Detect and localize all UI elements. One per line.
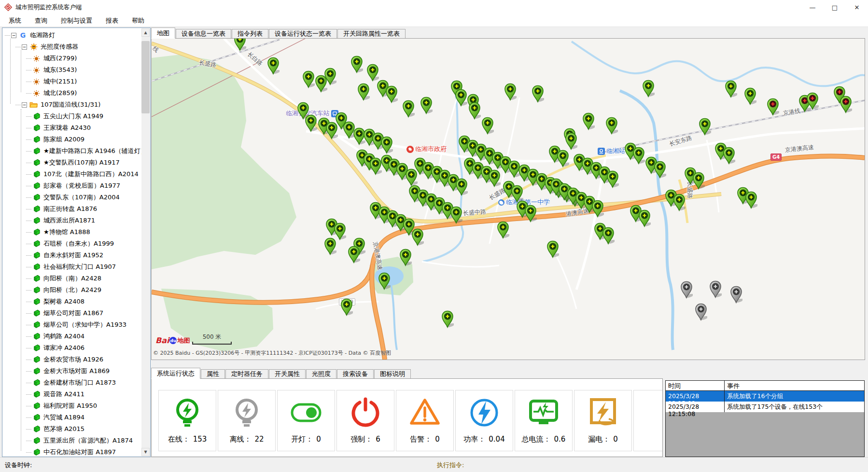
map-pin-green[interactable] [532,85,544,103]
map-pin-green[interactable] [402,100,415,118]
tab-地图[interactable]: 地图 [151,28,175,39]
map-pin-green[interactable] [565,132,577,151]
tree-item[interactable]: 陈家组 A2009 [3,134,141,145]
map-pin-green[interactable] [441,310,454,329]
map-pane[interactable]: 长盛路长白路长安东路长盛路长盛中路长盛路港澳高速京港澳高速京港澳高速京港线线临湘… [151,38,865,360]
tree-item[interactable]: 城西派出所A1871 [3,215,141,226]
tab-开关属性[interactable]: 开关属性 [269,369,306,379]
tree-item[interactable]: 中石化加油站对面 A1897 [3,446,141,456]
map-pin-green[interactable] [638,209,651,228]
tree-item[interactable]: −107国道沿线(31/31) [3,99,141,111]
map-pin-green[interactable] [504,83,517,101]
map-pin-green[interactable] [524,205,537,223]
map-pin-green[interactable] [468,102,481,120]
map-pin-green[interactable] [557,150,569,168]
tab-搜索设备[interactable]: 搜索设备 [337,369,374,379]
tree-item[interactable]: 自来水斜对面 A1952 [3,250,141,261]
map-pin-green[interactable] [692,172,705,190]
tree-item[interactable]: 五里派出所（富源汽配）A1874 [3,435,141,446]
tree-item[interactable]: ★交警队西(107南) A1917 [3,157,141,168]
tree-item[interactable]: 鸿鹤路 A2404 [3,331,141,342]
tree-item[interactable]: 南正街转盘 A1876 [3,203,141,215]
tree-item[interactable]: 城北(2859) [3,87,141,99]
tree-item[interactable]: 观音路 A2411 [3,389,141,400]
tab-系统运行状态[interactable]: 系统运行状态 [151,368,200,379]
map-pin-green[interactable] [450,206,462,224]
tree-item[interactable]: 石咀桥（自来水）A1999 [3,238,141,250]
map-pin-green[interactable] [302,70,315,89]
map-pin-gray[interactable] [730,286,742,304]
menu-item-系统[interactable]: 系统 [2,15,28,26]
tree-item[interactable]: 梨树巷 A2408 [3,296,141,307]
map-pin-green[interactable] [385,85,398,104]
tree-item[interactable]: 城西(2799) [3,53,141,64]
map-pin-green[interactable] [324,68,336,86]
tab-图标说明[interactable]: 图标说明 [374,369,411,379]
map-pin-green[interactable] [606,170,619,189]
tab-指令列表[interactable]: 指令列表 [232,29,268,39]
collapse-icon[interactable]: − [22,44,27,50]
tab-开关回路属性一览表[interactable]: 开关回路属性一览表 [337,29,406,39]
map-pin-green[interactable] [632,147,645,165]
tree-item[interactable]: 汽贸城 A1894 [3,412,141,423]
map-pin-green[interactable] [497,221,509,239]
map-pin-green[interactable] [481,117,494,135]
map-pin-green[interactable] [378,272,391,291]
tree-item[interactable]: 向阳桥（南）A2428 [3,273,141,284]
tree-item[interactable]: 社会福利院大门口 A1907 [3,261,141,273]
menu-item-帮助[interactable]: 帮助 [125,15,151,26]
map-pin-green[interactable] [744,87,756,106]
tree-item[interactable]: 向阳桥（北）A2429 [3,284,141,296]
map-pin-green[interactable] [546,240,559,259]
map-pin-green[interactable] [234,38,246,52]
map-pin-green[interactable] [411,228,424,247]
scroll-up-arrow-icon[interactable]: ▲ [141,28,150,37]
map-pin-alarm[interactable] [767,98,779,116]
tree-item[interactable]: 福利院对面 A1950 [3,400,141,412]
map-pin-green[interactable] [582,112,595,131]
tree-item[interactable]: ★建新中路路口东 A1946（辅道灯） [3,145,141,157]
map-pin-green[interactable] [267,57,280,75]
tab-设备信息一览表[interactable]: 设备信息一览表 [176,29,231,39]
collapse-icon[interactable]: − [22,102,27,108]
tree-item[interactable]: −光照度传感器 [3,41,141,53]
map-pin-green[interactable] [725,80,737,98]
tree-item[interactable]: 芭茅塘 A2015 [3,423,141,435]
tree-item[interactable]: 城中(2151) [3,76,141,87]
map-pin-green[interactable] [380,136,393,154]
map-pin-green[interactable] [305,114,317,133]
map-pin-green[interactable] [605,117,618,135]
menu-item-报表[interactable]: 报表 [99,15,125,26]
tree-item[interactable]: 谭家冲 A2406 [3,342,141,354]
tree-item[interactable]: 金桥大市场对面 A1869 [3,365,141,377]
tree-item[interactable]: 彭家巷（党校后面）A1977 [3,180,141,192]
sidebar-scrollbar[interactable]: ▲ ▼ [141,28,150,456]
scroll-down-arrow-icon[interactable]: ▼ [141,448,150,456]
tree-item[interactable]: ★博物馆 A1888 [3,226,141,238]
map-pin-green[interactable] [455,178,468,196]
map-pin-alarm[interactable] [840,96,852,114]
collapse-icon[interactable]: − [11,33,16,38]
map-pin-green[interactable] [348,246,360,264]
map-pin-gray[interactable] [695,303,707,321]
map-pin-gray[interactable] [709,280,722,299]
map-pin-green[interactable] [399,249,412,267]
event-row[interactable]: 2025/3/28 12:15:08系统加载了175个设备，在线153个 [666,402,864,412]
close-button[interactable]: ✕ [846,0,868,14]
tab-光照度[interactable]: 光照度 [306,369,336,379]
event-row[interactable]: 2025/3/28 12:15:08系统加载了16个分组 [666,391,864,402]
map-pin-green[interactable] [357,83,370,101]
map-pin-green[interactable] [591,200,604,218]
tree-item[interactable]: 城东(3543) [3,64,141,76]
tab-属性[interactable]: 属性 [201,369,225,379]
map-pin-green[interactable] [420,97,433,115]
menu-item-控制与设置[interactable]: 控制与设置 [54,15,99,26]
map-pin-green[interactable] [723,147,735,165]
map-pin-green[interactable] [699,118,711,136]
tree-item[interactable]: −G临湘路灯 [3,29,141,41]
map-pin-green[interactable] [455,89,467,107]
tab-设备运行状态一览表[interactable]: 设备运行状态一览表 [269,29,337,39]
tree-item[interactable]: 107北（建新中路路口西）A2014 [3,168,141,180]
tree-item[interactable]: 王家珑巷 A2430 [3,122,141,134]
tree-item[interactable]: 五尖山大门东 A1949 [3,111,141,122]
